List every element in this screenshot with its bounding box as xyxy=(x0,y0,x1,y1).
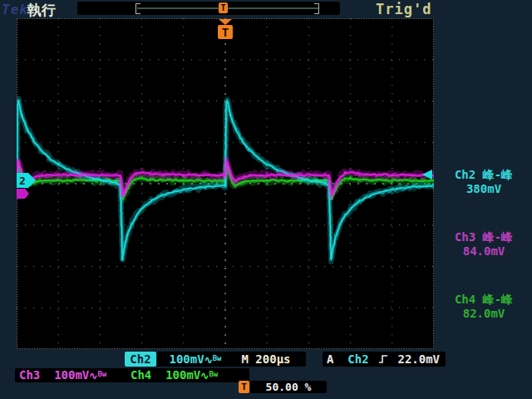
ch2-bandwidth-tag: Bw xyxy=(213,354,222,362)
ch3-coupling-icon: ∿ xyxy=(89,370,97,382)
trigger-level: 22.0mV xyxy=(397,352,440,366)
waveform-plot: 2T xyxy=(17,18,434,349)
trigger-source: Ch2 xyxy=(347,352,368,366)
trigger-position-arrow-icon xyxy=(219,19,232,25)
ch3-reference-marker xyxy=(17,189,29,199)
ch4-scale-readout: Ch4 100mV∿Bw xyxy=(126,368,249,382)
measurement-ch4-value: 82.0mV xyxy=(437,307,530,321)
oscilloscope-screen: Tek 執行 T Trig'd 2T Ch2 峰-峰 380mV Ch3 峰-峰… xyxy=(0,0,532,399)
trigger-status: Trig'd xyxy=(376,1,431,17)
record-view-line xyxy=(137,7,318,9)
record-trigger-icon: T xyxy=(219,2,228,13)
ch4-coupling-icon: ∿ xyxy=(200,370,209,382)
timebase-readout: M 200µs xyxy=(226,352,306,367)
ch2-reference-marker-label: 2 xyxy=(19,175,26,187)
record-window-right-bracket xyxy=(314,3,319,14)
measurement-ch3-pkpk: Ch3 峰-峰 84.0mV xyxy=(437,230,530,259)
graticule-area: 2T xyxy=(17,18,434,349)
ch3-scale-readout: Ch3 100mV∿Bw xyxy=(15,368,133,382)
ch2-scale-readout: 100mV∿Bw xyxy=(157,352,234,367)
record-window-left-bracket xyxy=(135,3,140,14)
acquisition-status: 執行 xyxy=(27,1,56,20)
measurement-ch2-pkpk: Ch2 峰-峰 380mV xyxy=(437,168,530,196)
ch2-coupling-icon: ∿ xyxy=(204,354,213,366)
record-view-bar: T xyxy=(77,2,340,15)
trigger-position-icon: T xyxy=(239,381,249,393)
rising-edge-icon xyxy=(378,354,388,364)
measurement-ch4-pkpk: Ch4 峰-峰 82.0mV xyxy=(437,293,530,321)
measurement-ch2-value: 380mV xyxy=(437,182,530,196)
ch4-bandwidth-tag: Bw xyxy=(209,370,218,378)
ch3-bandwidth-tag: Bw xyxy=(97,370,106,378)
trigger-position-readout: 50.00 % xyxy=(250,381,327,393)
trigger-position-flag-label: T xyxy=(222,26,229,39)
ch2-label-chip: Ch2 xyxy=(125,352,156,367)
tek-logo: Tek xyxy=(2,2,28,17)
trigger-readout: A Ch2 22.0mV xyxy=(323,352,446,367)
measurement-ch3-value: 84.0mV xyxy=(437,244,530,259)
